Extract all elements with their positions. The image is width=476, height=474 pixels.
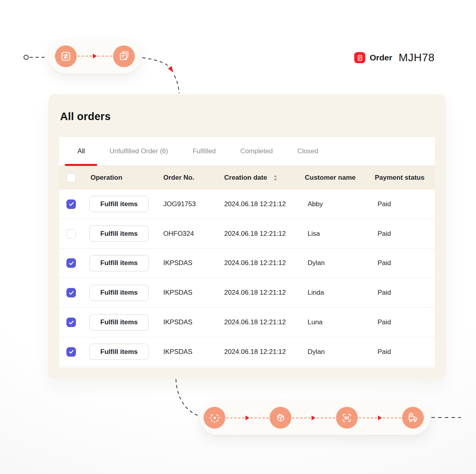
creation-date: 2024.06.18 12:21:12 xyxy=(224,259,305,267)
transfer-icon xyxy=(55,45,77,67)
order-no: IKPSDAS xyxy=(163,348,224,356)
fulfillment-flow xyxy=(200,401,430,435)
arrow-right-icon xyxy=(312,416,315,420)
row-checkbox[interactable] xyxy=(66,258,76,268)
payment-status: Paid xyxy=(375,200,435,208)
row-checkbox[interactable] xyxy=(66,229,76,239)
fulfill-items-button[interactable]: Fulfill items xyxy=(89,314,149,331)
payment-status: Paid xyxy=(375,348,435,356)
row-checkbox[interactable] xyxy=(66,199,76,209)
table-row: Fulfill items IKPSDAS 2024.06.18 12:21:1… xyxy=(59,308,435,337)
flow-dashed-connector xyxy=(77,56,112,56)
order-no: IKPSDAS xyxy=(163,289,224,297)
table-row: Fulfill items IKPSDAS 2024.06.18 12:21:1… xyxy=(59,337,435,367)
tab-closed[interactable]: Closed xyxy=(297,137,318,166)
fulfill-items-button[interactable]: Fulfill items xyxy=(89,255,149,271)
order-documents-check-icon xyxy=(113,45,135,67)
flow-dashed-connector xyxy=(359,418,401,418)
customer-name: Dylan xyxy=(305,259,375,267)
barcode-scan-icon xyxy=(336,407,358,429)
order-code: MJH78 xyxy=(399,51,434,64)
column-customer-name: Customer name xyxy=(305,174,375,182)
payment-status: Paid xyxy=(375,289,435,297)
customer-name: Dylan xyxy=(305,348,375,356)
package-icon xyxy=(270,407,291,429)
table-row: Fulfill items OHFO324 2024.06.18 12:21:1… xyxy=(59,219,435,249)
arrow-right-icon xyxy=(93,54,97,58)
tab-fulfilled[interactable]: Fulfilled xyxy=(193,137,216,166)
row-checkbox[interactable] xyxy=(66,318,76,327)
row-checkbox[interactable] xyxy=(66,288,76,297)
customer-name: Lisa xyxy=(305,230,375,238)
table-row: Fulfill items IKPSDAS 2024.06.18 12:21:1… xyxy=(59,278,435,308)
order-no: IKPSDAS xyxy=(163,318,224,326)
payment-status: Paid xyxy=(375,230,435,238)
order-tag: Order MJH78 xyxy=(354,51,434,64)
creation-date: 2024.06.18 12:21:12 xyxy=(224,348,305,356)
creation-date: 2024.06.18 12:21:12 xyxy=(224,200,305,208)
order-doc-icon xyxy=(354,52,365,63)
column-payment-status: Payment status xyxy=(375,174,435,182)
creation-date: 2024.06.18 12:21:12 xyxy=(224,230,305,238)
table-row: Fulfill items IKPSDAS 2024.06.18 12:21:1… xyxy=(59,249,435,278)
column-creation-date: Creation date xyxy=(224,174,267,182)
order-no: JOG91753 xyxy=(163,200,224,208)
row-checkbox[interactable] xyxy=(66,347,76,357)
tab-all[interactable]: All xyxy=(77,137,85,166)
fulfill-items-button[interactable]: Fulfill items xyxy=(89,196,149,212)
all-orders-card: All orders All Unfulfilled Order (6) Ful… xyxy=(48,94,446,379)
scan-area-icon xyxy=(204,407,225,429)
column-operation: Operation xyxy=(91,174,163,182)
page-title: All orders xyxy=(60,111,111,123)
fulfill-items-button[interactable]: Fulfill items xyxy=(89,344,149,360)
tab-unfulfilled[interactable]: Unfulfilled Order (6) xyxy=(110,137,168,166)
customer-name: Abby xyxy=(305,200,375,208)
table-header-row: Operation Order No. Creation date Custom… xyxy=(59,166,435,190)
table-row: Fulfill items JOG91753 2024.06.18 12:21:… xyxy=(59,190,435,219)
tab-completed[interactable]: Completed xyxy=(240,137,273,166)
orders-table-panel: All Unfulfilled Order (6) Fulfilled Comp… xyxy=(59,137,435,368)
import-orders-flow xyxy=(48,39,142,73)
order-tag-label: Order xyxy=(370,53,392,62)
customer-name: Luna xyxy=(305,318,375,326)
flow-start-dot xyxy=(24,55,28,60)
fulfill-items-button[interactable]: Fulfill items xyxy=(89,226,149,242)
column-order-no: Order No. xyxy=(163,174,224,182)
arrow-right-icon xyxy=(246,416,249,420)
delivery-truck-icon xyxy=(402,407,424,429)
sort-icon[interactable] xyxy=(273,174,278,182)
order-status-tabs: All Unfulfilled Order (6) Fulfilled Comp… xyxy=(59,137,435,166)
select-all-checkbox[interactable] xyxy=(66,173,76,182)
payment-status: Paid xyxy=(375,318,435,326)
order-no: OHFO324 xyxy=(163,230,224,238)
creation-date: 2024.06.18 12:21:12 xyxy=(224,289,305,297)
fulfill-items-button[interactable]: Fulfill items xyxy=(89,285,149,301)
order-no: IKPSDAS xyxy=(163,259,224,267)
customer-name: Linda xyxy=(305,289,375,297)
flow-dashed-connector xyxy=(292,418,335,418)
creation-date: 2024.06.18 12:21:12 xyxy=(224,318,305,326)
flow-dashed-connector xyxy=(226,418,269,418)
payment-status: Paid xyxy=(375,259,435,267)
arrow-right-icon xyxy=(378,416,382,420)
